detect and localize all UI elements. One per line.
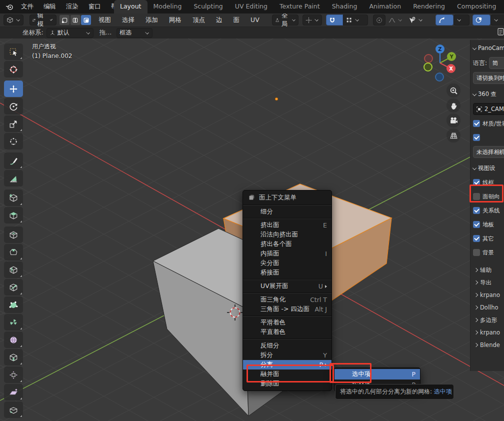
menu-item-[interactable]: 桥接面 [243, 268, 332, 278]
menu-item-[interactable]: 反细分 [243, 341, 332, 350]
tool-annotate-button[interactable] [4, 152, 23, 169]
header-menu-1[interactable]: 选择 [116, 16, 140, 24]
sidebar-panel-header-360[interactable]: 360 查 [473, 89, 504, 99]
toggle-perspective-button[interactable] [446, 128, 460, 142]
camera-object-field[interactable]: 2_CAM [473, 103, 504, 115]
tab-rendering[interactable]: Rendering [407, 0, 451, 14]
sidebar-panel-header-PanoCamA[interactable]: PanoCamA [473, 43, 504, 53]
header-menu-3[interactable]: 网格 [164, 16, 187, 24]
header-menu-6[interactable]: 面 [228, 16, 246, 24]
tool-tweak-select-button[interactable] [4, 44, 23, 60]
clipboard-icon[interactable] [497, 28, 504, 36]
coord-system-dropdown[interactable]: 默认 [46, 28, 94, 38]
tab-geometry-nodes[interactable]: Geometry Nodes [502, 0, 504, 14]
tool-bevel-button[interactable] [4, 244, 23, 260]
menu-item-[interactable]: 平滑着色 [243, 318, 332, 328]
tool-shrink-fatten-button[interactable] [4, 366, 23, 383]
gizmo-axis-z-neg[interactable] [436, 73, 444, 81]
tab-uv-editing[interactable]: UV Editing [229, 0, 274, 14]
tool-knife-button[interactable] [4, 279, 23, 296]
mode-dropdown[interactable]: 编辑模式 [30, 14, 56, 26]
menu-item-[interactable]: 三角面 -> 四边面Alt J [243, 304, 332, 314]
menu-item-[interactable]: 挤出面E [243, 220, 332, 230]
menu-item-[interactable]: 尖分面 [243, 258, 332, 268]
gizmo-axis-x-neg[interactable] [424, 54, 432, 62]
menu-item-[interactable]: 挤出各个面 [243, 240, 332, 249]
editor-type-selector[interactable] [4, 14, 24, 26]
sidebar-section-krpano[interactable]: krpano [473, 328, 504, 338]
show-overlays-toggle[interactable] [472, 14, 490, 26]
tool-spin-button[interactable] [4, 314, 23, 330]
proportional-falloff-dropdown[interactable] [386, 14, 406, 26]
header-menu-2[interactable]: 添加 [140, 16, 164, 24]
checkbox-线框[interactable] [473, 179, 480, 186]
header-menu-4[interactable]: 顶点 [187, 16, 210, 24]
navigation-gizmo[interactable]: Z Y X [421, 42, 461, 87]
sidebar-button-7[interactable]: 未选择相机 [473, 146, 504, 158]
show-gizmo-dropdown[interactable] [406, 14, 432, 26]
menu-item-[interactable]: 分离P [243, 360, 332, 370]
tool-rotate-button[interactable] [4, 98, 23, 114]
tool-inset-faces-button[interactable] [4, 226, 23, 243]
header-menu-7[interactable]: UV [245, 16, 265, 24]
tool-cursor-button[interactable] [4, 61, 23, 78]
tab-texture-paint[interactable]: Texture Paint [274, 0, 326, 14]
select-mode-edge-button[interactable] [70, 15, 80, 25]
proportional-editing-button[interactable] [373, 14, 386, 26]
tool-measure-button[interactable] [4, 170, 23, 186]
menu-item-UV[interactable]: UV展开面U [243, 282, 332, 291]
topbar-menu-3[interactable]: 窗口 [84, 2, 106, 11]
menu-item-[interactable]: 拆分Y [243, 350, 332, 360]
tool-loop-cut-button[interactable] [4, 262, 23, 278]
tool-smooth-button[interactable] [4, 332, 23, 348]
sidebar-section-[interactable]: 辅助 [473, 265, 504, 275]
show-overlays-dropdown[interactable] [490, 14, 504, 26]
sidebar-section-[interactable]: 多边形 [473, 315, 504, 325]
blender-logo-icon[interactable] [3, 2, 16, 12]
transform-orientation-dropdown[interactable]: 全局 [272, 14, 299, 26]
tool-rip-region-button[interactable] [4, 402, 23, 418]
checkbox-材质/世界[interactable] [473, 120, 480, 127]
snap-toggle-button[interactable] [326, 14, 343, 26]
topbar-menu-2[interactable]: 渲染 [61, 2, 84, 11]
tool-edge-slide-button[interactable] [4, 349, 23, 366]
tab-shading[interactable]: Shading [326, 0, 364, 14]
sidebar-section-krpano[interactable]: krpano [473, 290, 504, 300]
tab-animation[interactable]: Animation [363, 0, 407, 14]
menu-item-[interactable]: 平直着色 [243, 328, 332, 337]
checkbox-背景[interactable] [473, 249, 480, 256]
tool-add-cube-button[interactable] [4, 190, 23, 206]
show-gizmos-dropdown[interactable] [454, 14, 470, 26]
checkbox-其它[interactable] [473, 235, 480, 242]
tab-compositing[interactable]: Compositing [451, 0, 502, 14]
sidebar-section-[interactable]: 导出 [473, 278, 504, 288]
tool-extrude-region-button[interactable] [4, 207, 23, 224]
tab-modeling[interactable]: Modeling [148, 0, 188, 14]
menu-item-[interactable]: 删除面 [243, 379, 332, 388]
language-value-button[interactable]: 简 [489, 57, 504, 69]
snap-with-dropdown[interactable] [343, 14, 368, 26]
menu-item-[interactable]: 融并面 [243, 370, 332, 379]
tool-scale-button[interactable] [4, 116, 23, 132]
sidebar-button-2[interactable]: 请切换到对 [473, 72, 504, 84]
checkbox-地板[interactable] [473, 221, 480, 228]
menu-item-[interactable]: 沿法向挤出面 [243, 230, 332, 240]
checkbox-关系线[interactable] [473, 207, 480, 214]
tool-move-button[interactable] [4, 80, 23, 97]
select-mode-vertex-button[interactable] [60, 15, 70, 25]
menu-item-[interactable]: 面三角化Ctrl T [243, 295, 332, 304]
tab-layout[interactable]: Layout [114, 0, 148, 14]
sidebar-panel-header-[interactable]: 视图设 [473, 163, 504, 173]
header-menu-0[interactable]: 视图 [93, 16, 116, 24]
sidebar-section-Dollho[interactable]: Dollho [473, 302, 504, 312]
menu-item-[interactable]: 细分 [243, 207, 332, 216]
sidebar-section-Blende[interactable]: Blende [473, 340, 504, 350]
camera-view-button[interactable] [446, 114, 460, 128]
zoom-button[interactable] [446, 84, 460, 98]
pan-button[interactable] [446, 98, 460, 112]
pivot-point-dropdown[interactable] [302, 14, 322, 26]
menu-item-[interactable]: 内插面I [243, 249, 332, 258]
header-menu-5[interactable]: 边 [210, 16, 228, 24]
topbar-menu-1[interactable]: 编辑 [38, 2, 61, 11]
tool-shear-button[interactable] [4, 384, 23, 400]
